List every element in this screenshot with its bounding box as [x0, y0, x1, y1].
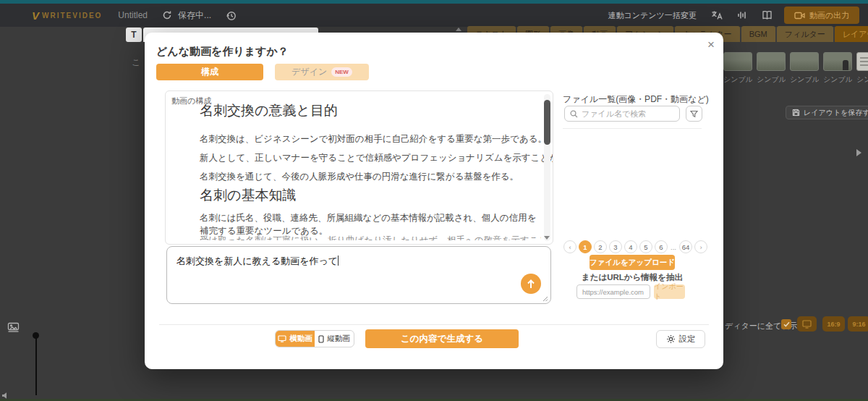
layout-template-item[interactable]: シンプル①: [856, 52, 868, 85]
template-thumbnail: [790, 52, 819, 71]
template-thumbnail: [823, 52, 852, 71]
document-title[interactable]: Untitled: [118, 10, 148, 20]
monitor-icon: [802, 320, 812, 329]
outline-paragraph: 名刺交換を通じて、今後の人脈形成や仕事の円滑な進行に繋がる基盤を作る。: [200, 171, 519, 183]
filter-funnel-icon: [690, 110, 698, 118]
page-ellipsis: ...: [670, 240, 677, 253]
check-icon: [783, 321, 790, 327]
page-button-6[interactable]: 6: [655, 240, 668, 253]
layout-template-item[interactable]: シンプル(...: [790, 52, 819, 85]
arrow-up-icon: [527, 279, 535, 289]
outline-heading-1: 名刺交換の意義と目的: [200, 101, 338, 120]
resize-handle-icon[interactable]: [542, 296, 548, 302]
template-thumbnail: [856, 52, 868, 71]
outline-paragraph: 新人として、正しいマナーを守ることで信頼感やプロフェッショナリズムを示すことがで…: [200, 152, 553, 164]
outline-scrollbar-thumb[interactable]: [544, 100, 550, 145]
gear-icon: [666, 334, 676, 344]
translate-icon[interactable]: [711, 10, 723, 20]
page-prev-button[interactable]: ‹: [563, 240, 576, 253]
show-all-checkbox[interactable]: [781, 319, 791, 329]
timeline-playhead-handle[interactable]: [33, 332, 39, 339]
text-caret: [338, 256, 339, 266]
page-button-4[interactable]: 4: [624, 240, 637, 253]
timeline-playhead[interactable]: [35, 336, 37, 395]
template-label: シンプル(...: [790, 75, 819, 85]
tab-structure[interactable]: 構成: [156, 64, 263, 80]
tab-filter[interactable]: フィルター: [777, 26, 833, 42]
template-label: シンプル(...: [723, 75, 752, 85]
save-layout-label: レイアウトを保存する: [804, 108, 868, 118]
settings-label: 設定: [679, 334, 696, 345]
outline-paragraph-clipped: 受け取った名刺は丁寧に扱い、折り曲げたり汚したりせず、相手への敬意を示すことが基…: [200, 235, 541, 240]
landscape-option[interactable]: 横動画: [276, 331, 315, 347]
close-icon[interactable]: ×: [707, 38, 715, 51]
upload-file-button[interactable]: ファイルをアップロード: [590, 255, 675, 270]
app-logo-mark: V: [32, 9, 39, 22]
ratio-16-9-button[interactable]: 16:9: [822, 316, 845, 332]
phone-icon: [318, 335, 324, 343]
layout-template-item[interactable]: シンプル(...: [757, 52, 786, 85]
portrait-label: 縦動画: [327, 334, 350, 344]
new-badge: NEW: [331, 67, 352, 77]
canvas-text-fragment: こ: [132, 56, 140, 69]
bulk-change-label[interactable]: 連動コンテンツ一括変更: [608, 10, 696, 21]
import-button[interactable]: インポート: [654, 284, 685, 299]
file-list-title: ファイル一覧(画像・PDF・動画など): [563, 93, 709, 106]
text-tool-button[interactable]: T: [126, 28, 142, 42]
video-outline-panel[interactable]: 動画の構成 名刺交換の意義と目的 名刺交換は、ビジネスシーンで初対面の相手に自己…: [165, 90, 553, 245]
generate-button[interactable]: この内容で生成する: [365, 329, 519, 348]
send-button[interactable]: [521, 274, 541, 294]
save-layout-button[interactable]: レイアウトを保存する: [786, 106, 868, 119]
outline-heading-2: 名刺の基本知識: [200, 186, 296, 205]
file-pagination: ‹ 1 2 3 4 5 6 ... 64 ›: [563, 240, 707, 253]
tab-design-label: デザイン: [292, 66, 327, 78]
page-next-button[interactable]: ›: [694, 240, 707, 253]
canvas-size-button[interactable]: [797, 316, 817, 332]
template-label: シンプル(...: [823, 75, 852, 85]
page-button-5[interactable]: 5: [639, 240, 652, 253]
history-icon[interactable]: [226, 10, 237, 21]
media-track-icon[interactable]: [7, 322, 20, 333]
refresh-icon[interactable]: [162, 10, 172, 20]
prompt-input[interactable]: 名刺交換を新人に教える動画を作って: [166, 246, 551, 304]
url-input[interactable]: [576, 284, 650, 299]
layout-template-item[interactable]: シンプル(...: [823, 52, 852, 85]
scroll-next-icon[interactable]: [856, 149, 861, 156]
orientation-toggle: 横動画 縦動画: [275, 330, 354, 347]
ratio-9-16-button[interactable]: 9:16: [848, 316, 868, 332]
tab-bgm[interactable]: BGM: [741, 26, 775, 42]
file-search-field[interactable]: [564, 106, 680, 122]
tab-layout[interactable]: レイアウト: [835, 26, 868, 42]
page-button-1[interactable]: 1: [579, 240, 592, 253]
template-thumbnail: [757, 52, 786, 71]
save-icon: [792, 109, 800, 117]
divider: [563, 128, 702, 129]
monitor-icon: [278, 335, 286, 342]
top-bar: V WRITEVIDEO Untitled 保存中... 連動コンテンツ一括変更…: [0, 0, 868, 27]
template-label: シンプル①: [856, 75, 868, 85]
outline-scrollbar[interactable]: [544, 94, 550, 241]
audio-waveform-icon[interactable]: [737, 10, 747, 20]
search-icon: [570, 110, 578, 118]
layout-template-item[interactable]: シンプル(...: [723, 52, 752, 85]
page-button-3[interactable]: 3: [609, 240, 622, 253]
layout-template-list: シンプル(... シンプル(... シンプル(... シンプル(... シンプル…: [723, 52, 868, 85]
outline-paragraph: 名刺には氏名、役職、連絡先、所属組織などの基本情報が記載され、個人の信用を補完す…: [200, 211, 541, 237]
portrait-option[interactable]: 縦動画: [315, 331, 354, 347]
tab-design[interactable]: デザイン NEW: [275, 64, 369, 80]
modal-title: どんな動画を作りますか？: [156, 45, 289, 59]
export-video-button[interactable]: 動画の出力: [784, 7, 859, 24]
template-thumbnail: [723, 52, 752, 71]
book-icon[interactable]: [762, 10, 773, 20]
file-filter-button[interactable]: [686, 106, 702, 122]
settings-button[interactable]: 設定: [656, 330, 705, 348]
outline-paragraph: 名刺交換は、ビジネスシーンで初対面の相手に自己紹介をする重要な第一歩である。: [200, 133, 547, 145]
template-label: シンプル(...: [757, 75, 786, 85]
page-button-2[interactable]: 2: [594, 240, 607, 253]
file-search-input[interactable]: [582, 109, 665, 118]
scroll-down-icon[interactable]: [544, 236, 550, 240]
app-logo: WRITEVIDEO: [42, 12, 102, 20]
landscape-label: 横動画: [289, 334, 312, 344]
export-video-label: 動画の出力: [809, 10, 849, 21]
page-button-64[interactable]: 64: [679, 240, 692, 253]
